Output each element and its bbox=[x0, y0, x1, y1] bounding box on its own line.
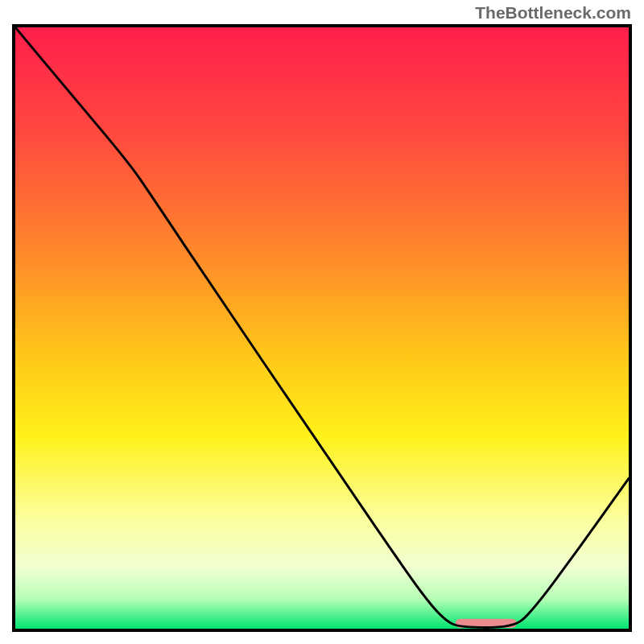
chart-background bbox=[15, 27, 629, 629]
watermark-text: TheBottleneck.com bbox=[475, 3, 631, 23]
chart-svg bbox=[15, 27, 629, 629]
chart-frame bbox=[12, 24, 632, 632]
